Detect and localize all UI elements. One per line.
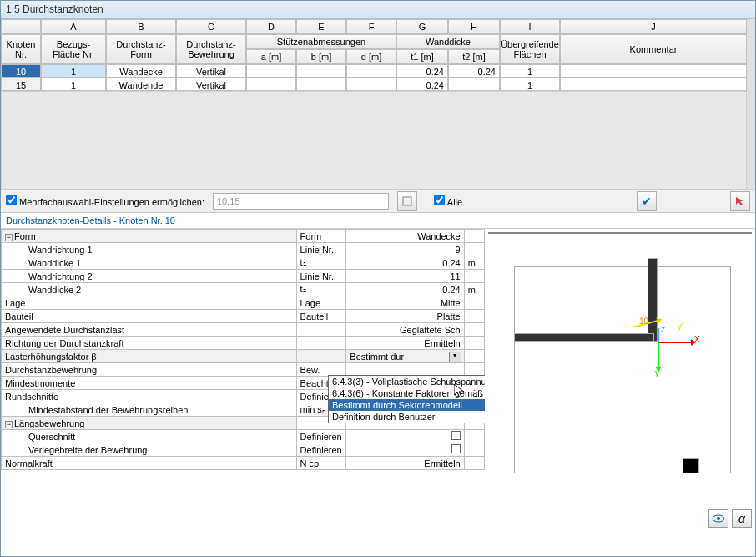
detail-value[interactable]: Platte (346, 310, 464, 323)
row-header[interactable]: 15 (1, 78, 41, 91)
detail-value[interactable]: Wandecke (346, 230, 464, 243)
col-header[interactable]: Bezugs- Fläche Nr. (41, 34, 106, 64)
detail-value[interactable]: Ermitteln (346, 457, 464, 470)
detail-unit (464, 270, 484, 283)
cell[interactable] (560, 64, 747, 78)
cell[interactable] (246, 64, 296, 78)
col-header[interactable]: d [m] (346, 49, 396, 64)
detail-value[interactable]: 0.24 (346, 283, 464, 296)
detail-row-key[interactable]: Mindestabstand der Bewehrungsreihen (2, 403, 297, 417)
detail-row-key[interactable]: Querschnitt (2, 430, 297, 443)
detail-row-key[interactable]: Lage (2, 296, 297, 310)
detail-value[interactable]: 9 (346, 243, 464, 256)
cell[interactable]: Vertikal (176, 64, 246, 78)
detail-value[interactable]: 11 (346, 270, 464, 283)
cell[interactable] (346, 78, 396, 91)
grid-empty (1, 91, 747, 190)
pick-button[interactable] (397, 191, 417, 211)
cell[interactable] (246, 78, 296, 91)
alle-label: Alle (447, 197, 462, 207)
detail-value[interactable]: Bestimmt dur▾ (346, 350, 464, 363)
col-header[interactable]: b [m] (296, 49, 346, 64)
col-header[interactable]: Knoten Nr. (1, 34, 41, 64)
cell[interactable]: 0.24 (396, 64, 448, 78)
col-letter[interactable]: H (448, 19, 500, 34)
print-button[interactable]: α (732, 509, 752, 528)
cell[interactable]: 1 (41, 64, 106, 78)
axis-yp-label: y' (678, 322, 683, 331)
cell[interactable]: Wandecke (106, 64, 176, 78)
detail-row-key[interactable]: −Längsbewehrung (2, 417, 297, 430)
col-letter[interactable]: B (106, 19, 176, 34)
cell[interactable] (296, 78, 346, 91)
detail-row-key[interactable]: Mindestmomente (2, 377, 297, 390)
cell[interactable]: 1 (500, 64, 560, 78)
detail-value[interactable]: Ermitteln (346, 337, 464, 350)
cell[interactable] (296, 64, 346, 78)
cell[interactable]: 0.24 (448, 64, 500, 78)
detail-value[interactable] (346, 430, 464, 443)
detail-row-key[interactable]: Verlegebreite der Bewehrung (2, 443, 297, 457)
detail-value[interactable]: Mitte (346, 296, 464, 310)
col-letter[interactable]: A (41, 19, 106, 34)
col-header[interactable]: a [m] (246, 49, 296, 64)
detail-row-key[interactable]: Normalkraft (2, 457, 297, 470)
col-letter[interactable]: F (346, 19, 396, 34)
mehrfach-checkbox[interactable]: Mehrfachauswahl-Einstellungen ermögliche… (6, 195, 204, 207)
col-header[interactable]: Durchstanz- Form (106, 34, 176, 64)
preview-viewport[interactable]: X Y y' 10 z (488, 232, 752, 234)
col-letter[interactable]: I (500, 19, 560, 34)
apply-button[interactable]: ✔ (637, 191, 657, 211)
detail-unit: m (464, 283, 484, 296)
detail-row-key[interactable]: Lasterhöhungsfaktor β (2, 350, 297, 363)
detail-row-key[interactable]: −Form (2, 230, 297, 243)
details-header: Durchstanzknoten-Details - Knoten Nr. 10 (1, 213, 755, 229)
col-letter[interactable]: G (396, 19, 448, 34)
detail-row-key[interactable]: Wandrichtung 2 (2, 270, 297, 283)
col-group-stuetz: Stützenabmessungen (246, 34, 396, 49)
detail-row-key[interactable]: Wanddicke 1 (2, 256, 297, 270)
detail-row-key[interactable]: Bauteil (2, 310, 297, 323)
eye-button[interactable] (708, 509, 728, 528)
dropdown-option[interactable]: Bestimmt durch Sektorenmodell (329, 399, 485, 411)
detail-unit (464, 350, 484, 363)
detail-col2: t₁ (296, 256, 346, 270)
cell[interactable]: 0.24 (396, 78, 448, 91)
detail-row-key[interactable]: Durchstanzbewehrung (2, 363, 297, 377)
cell[interactable] (448, 78, 500, 91)
cell[interactable]: Wandende (106, 78, 176, 91)
detail-row-key[interactable]: Richtung der Durchstanzkraft (2, 337, 297, 350)
col-letter[interactable]: E (296, 19, 346, 34)
detail-row-key[interactable]: Wanddicke 2 (2, 283, 297, 296)
col-header[interactable]: Kommentar (560, 34, 747, 64)
dropdown-option[interactable]: Definition durch Benutzer (329, 411, 485, 423)
cell[interactable]: Vertikal (176, 78, 246, 91)
detail-col2: Form (296, 230, 346, 243)
cell[interactable] (346, 64, 396, 78)
col-header[interactable]: t1 [m] (396, 49, 448, 64)
cell[interactable]: 1 (41, 78, 106, 91)
detail-value[interactable]: Geglättete Sch (346, 323, 464, 337)
col-letter[interactable]: C (176, 19, 246, 34)
col-header[interactable]: Durchstanz- Bewehrung (176, 34, 246, 64)
col-letter[interactable]: D (246, 19, 296, 34)
detail-row-key[interactable]: Rundschnitte (2, 390, 297, 403)
detail-value[interactable] (346, 443, 464, 457)
alle-checkbox[interactable]: Alle (434, 195, 462, 207)
select-arrow-button[interactable] (730, 191, 750, 211)
cell[interactable]: 1 (500, 78, 560, 91)
col-header[interactable]: Übergreifende Flächen (500, 34, 560, 64)
detail-checkbox[interactable] (451, 444, 461, 453)
detail-checkbox[interactable] (451, 431, 461, 440)
detail-row-key[interactable]: Angewendete Durchstanzlast (2, 323, 297, 337)
cell[interactable] (560, 78, 747, 91)
col-header[interactable]: t2 [m] (448, 49, 500, 64)
dropdown-toggle[interactable]: ▾ (449, 352, 461, 362)
selection-field[interactable] (213, 193, 389, 210)
col-letter[interactable]: J (560, 19, 747, 34)
beta-dropdown[interactable]: 6.4.3(3) - Vollplastische Schubspannungs… (328, 375, 485, 423)
detail-unit (464, 230, 484, 243)
detail-value[interactable]: 0.24 (346, 256, 464, 270)
detail-row-key[interactable]: Wandrichtung 1 (2, 243, 297, 256)
row-header[interactable]: 10 (1, 64, 41, 78)
